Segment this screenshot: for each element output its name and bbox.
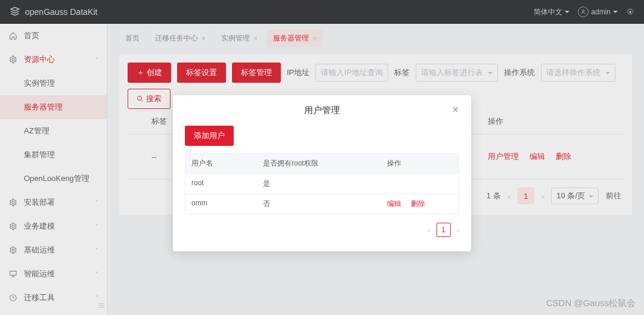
mth-user: 用户名: [191, 158, 263, 169]
add-user-button[interactable]: 添加用户: [185, 126, 234, 146]
user-root: 是: [263, 179, 387, 189]
user-row-编辑[interactable]: 编辑: [387, 199, 401, 209]
user-row: root是: [185, 173, 459, 194]
mth-op: 操作: [387, 158, 453, 169]
modal-pager-prev[interactable]: ‹: [428, 226, 430, 235]
user-name: root: [191, 179, 263, 189]
user-name: omm: [191, 199, 263, 209]
mth-root: 是否拥有root权限: [263, 158, 387, 169]
modal-pagination: ‹ 1 ›: [185, 223, 459, 237]
modal-pager-next[interactable]: ›: [457, 226, 459, 235]
modal-pager-current[interactable]: 1: [436, 223, 451, 237]
user-row: omm否编辑删除: [185, 194, 459, 214]
user-table: 用户名 是否拥有root权限 操作 root是omm否编辑删除: [185, 153, 459, 214]
user-root: 否: [263, 199, 387, 209]
user-manage-modal: 用户管理 ✕ 添加用户 用户名 是否拥有root权限 操作 root是omm否编…: [173, 95, 471, 251]
modal-close-icon[interactable]: ✕: [452, 105, 459, 114]
user-row-删除[interactable]: 删除: [411, 199, 425, 209]
modal-mask: 用户管理 ✕ 添加用户 用户名 是否拥有root权限 操作 root是omm否编…: [0, 0, 644, 315]
modal-title: 用户管理: [304, 105, 340, 115]
